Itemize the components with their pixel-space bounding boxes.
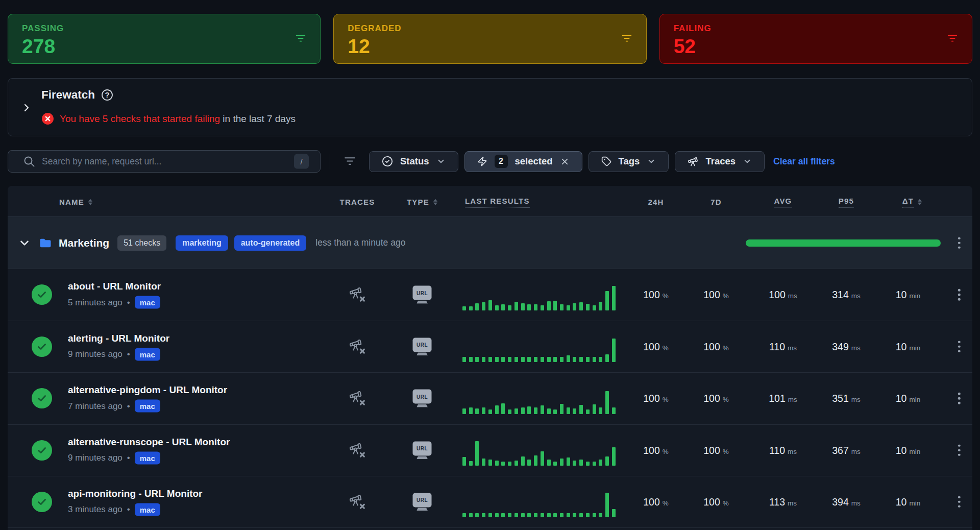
value-7d: 100%: [703, 393, 729, 404]
column-header-7d[interactable]: 7D: [710, 198, 722, 206]
traces-filter-label: Traces: [705, 156, 736, 167]
chevron-down-icon[interactable]: [18, 236, 31, 250]
value-24h: 100%: [643, 393, 669, 404]
check-tag-badge[interactable]: mac: [135, 400, 160, 413]
value-24h: 100%: [643, 496, 669, 508]
traces-filter-pill[interactable]: Traces: [675, 151, 765, 172]
check-row[interactable]: api-monitoring - URL Monitor 3 minutes a…: [8, 476, 972, 528]
failing-count: 52: [674, 35, 958, 58]
filter-funnel-icon[interactable]: [295, 33, 306, 44]
check-tag-badge[interactable]: mac: [135, 503, 160, 516]
tag-icon: [601, 156, 611, 166]
firewatch-panel: Firewatch ? You have 5 checks that start…: [8, 78, 972, 136]
check-row[interactable]: alerting - URL Monitor 9 minutes ago•mac…: [8, 321, 972, 373]
filter-toolbar: / Status 2 selected Tags Traces Clear al…: [8, 150, 972, 173]
kebab-menu[interactable]: [958, 445, 961, 456]
check-tag-badge[interactable]: mac: [135, 451, 160, 464]
sort-icon: [433, 199, 437, 205]
status-passing-icon: [32, 388, 52, 408]
status-summary-cards: PASSING 278 DEGRADED 12 FAILING 52: [8, 14, 972, 64]
value-dt: 10min: [896, 496, 920, 508]
close-icon[interactable]: [560, 157, 570, 166]
kebab-menu[interactable]: [958, 341, 961, 353]
value-avg: 100ms: [769, 289, 797, 301]
check-time: 3 minutes ago: [68, 504, 122, 515]
chevron-down-icon: [647, 157, 656, 166]
clear-all-filters-link[interactable]: Clear all filters: [773, 156, 835, 167]
shortcut-key-badge: /: [294, 154, 309, 169]
status-filter-pill[interactable]: Status: [369, 151, 458, 172]
check-tag-badge[interactable]: mac: [135, 296, 160, 309]
kebab-menu[interactable]: [958, 237, 961, 249]
check-row[interactable]: alternative-pingdom - URL Monitor 7 minu…: [8, 372, 972, 424]
tags-filter-pill[interactable]: Tags: [589, 151, 669, 172]
group-name[interactable]: Marketing: [59, 237, 109, 249]
check-name[interactable]: alternative-pingdom - URL Monitor: [68, 384, 227, 396]
column-header-name[interactable]: NAME: [59, 198, 92, 206]
check-circle-icon: [382, 156, 393, 167]
traces-disabled-icon: [349, 390, 366, 407]
column-header-24h[interactable]: 24H: [648, 198, 664, 206]
check-row[interactable]: alternative-runscope - URL Monitor 9 min…: [8, 424, 972, 476]
last-results-sparkline[interactable]: [462, 388, 616, 414]
traces-disabled-icon: [349, 442, 366, 459]
column-header-type[interactable]: TYPE: [407, 198, 437, 206]
filter-funnel-icon[interactable]: [621, 33, 632, 44]
tags-filter-label: Tags: [619, 156, 640, 167]
search-input[interactable]: [42, 151, 287, 172]
degraded-card[interactable]: DEGRADED 12: [333, 14, 646, 64]
error-circle-icon: [41, 112, 54, 125]
passing-card[interactable]: PASSING 278: [8, 14, 321, 64]
kebab-menu[interactable]: [958, 496, 961, 508]
status-passing-icon: [32, 284, 52, 305]
url-monitor-type-icon: URL: [413, 286, 432, 304]
check-tag-badge[interactable]: mac: [135, 348, 160, 360]
help-icon[interactable]: ?: [101, 89, 113, 101]
chevron-down-icon: [743, 157, 752, 166]
svg-text:?: ?: [105, 90, 109, 99]
column-header-dt[interactable]: ΔT: [902, 197, 922, 208]
firewatch-alert-highlight[interactable]: You have 5 checks that started failing: [60, 113, 220, 124]
search-box[interactable]: /: [8, 150, 321, 173]
check-row[interactable]: about - URL Monitor 5 minutes ago•mac UR…: [8, 269, 972, 321]
value-dt: 10min: [896, 393, 920, 404]
chevron-down-icon: [436, 157, 446, 166]
check-name[interactable]: alerting - URL Monitor: [68, 332, 169, 344]
last-results-sparkline[interactable]: [462, 439, 616, 466]
url-monitor-type-icon: URL: [413, 338, 432, 355]
telescope-icon: [688, 156, 698, 167]
failing-card[interactable]: FAILING 52: [659, 14, 972, 64]
kebab-menu[interactable]: [958, 393, 961, 404]
firewatch-alert: You have 5 checks that started failing i…: [60, 113, 296, 125]
status-filter-label: Status: [400, 156, 429, 167]
check-name[interactable]: alternative-runscope - URL Monitor: [68, 436, 230, 447]
passing-count: 278: [22, 35, 306, 58]
chevron-right-icon[interactable]: [20, 102, 33, 114]
filter-funnel-icon[interactable]: [344, 155, 356, 168]
last-results-sparkline[interactable]: [462, 491, 616, 517]
column-header-p95[interactable]: P95: [839, 197, 854, 208]
column-header-avg[interactable]: AVG: [774, 197, 792, 208]
last-results-sparkline[interactable]: [462, 335, 616, 362]
check-name[interactable]: api-monitoring - URL Monitor: [68, 488, 203, 499]
status-passing-icon: [32, 440, 52, 461]
selected-filter-pill[interactable]: 2 selected: [464, 151, 582, 172]
group-row-marketing[interactable]: Marketing 51 checks marketing auto-gener…: [8, 217, 972, 269]
value-avg: 113ms: [769, 496, 797, 508]
value-avg: 101ms: [769, 393, 797, 404]
group-tag-badge[interactable]: marketing: [176, 235, 228, 251]
group-checks-badge: 51 checks: [117, 235, 166, 251]
status-passing-icon: [32, 492, 52, 512]
check-time: 5 minutes ago: [68, 297, 122, 307]
filter-funnel-icon[interactable]: [947, 33, 958, 44]
last-results-sparkline[interactable]: [462, 284, 616, 310]
kebab-menu[interactable]: [958, 289, 961, 301]
traces-disabled-icon: [349, 338, 366, 355]
column-header-last-results[interactable]: LAST RESULTS: [465, 197, 530, 208]
value-p95: 314ms: [832, 289, 861, 301]
group-tag-badge[interactable]: auto-generated: [234, 235, 307, 251]
check-name[interactable]: about - URL Monitor: [68, 281, 161, 292]
column-header-traces[interactable]: TRACES: [340, 198, 375, 206]
selected-count-badge: 2: [495, 155, 508, 168]
value-dt: 10min: [896, 341, 920, 352]
